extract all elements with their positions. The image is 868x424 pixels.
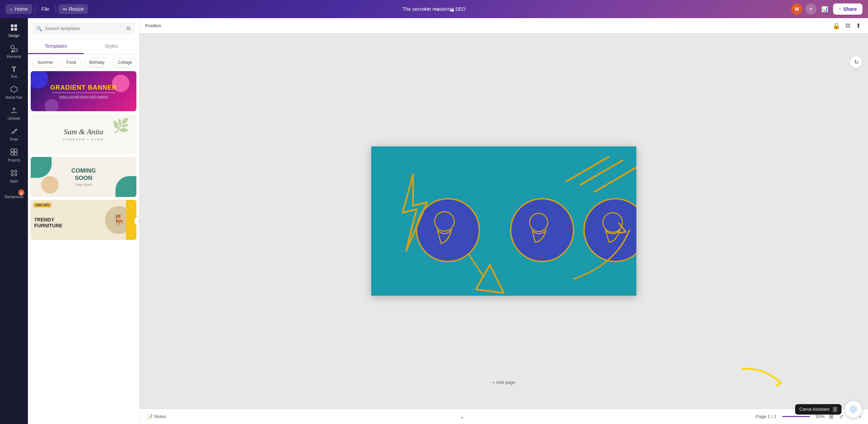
sidebar-item-draw[interactable]: Draw [1,124,27,144]
collapse-bottom-button[interactable]: ⌄ [458,412,466,421]
duplicate-button[interactable]: ⧉ [844,21,852,31]
share-label: Share [843,6,857,12]
sidebar-item-brand-hub[interactable]: Brand Hub [1,83,27,102]
canvas-toolbar: Position 🔒 ⧉ ⬆ [140,18,868,33]
canvas-frame[interactable] [371,146,636,296]
chip-collage[interactable]: Collage [113,58,137,68]
assistant-shortcut: / [833,407,837,412]
topbar: ⌂ Home File ⇔ Resize ↩ ↪ ☁ The secret to… [0,0,868,18]
draw-label: Draw [10,137,18,141]
templates-grid: GRADIENT BANNER make a simple design wit… [28,71,139,424]
svg-point-12 [15,170,17,172]
chip-summer[interactable]: Summer [32,58,58,68]
svg-point-14 [15,174,17,176]
share-button[interactable]: ↑ Share [833,3,862,15]
tab-templates[interactable]: Templates [28,39,84,54]
canva-assistant-button[interactable] [844,400,862,418]
topbar-right: M + 📊 ↑ Share [791,3,862,15]
svg-point-13 [11,174,13,176]
main-layout: Design Elements T Text Brand Hub [0,18,868,424]
svg-rect-7 [11,149,14,152]
panel-tabs: Templates Styles [28,39,139,54]
svg-marker-6 [11,50,14,52]
share-icon: ↑ [839,6,841,12]
tpl-script-name: Sam & Anita [64,127,103,136]
svg-rect-2 [11,28,14,31]
home-label: Home [15,6,28,12]
svg-rect-9 [11,152,14,155]
template-card-gradient-banner[interactable]: GRADIENT BANNER make a simple design wit… [31,71,136,111]
topbar-divider2 [55,5,56,13]
canvas-right-buttons: ↻ [850,56,862,68]
notes-label: Notes [154,414,166,419]
chip-food[interactable]: Food [61,58,81,68]
bottom-bar: 📝 Notes ⌄ Page 1 / 1 50% ⊞ ⤢ ✓ › [140,409,868,424]
resize-icon: ⇔ [63,6,67,12]
sidebar-item-projects[interactable]: Projects [1,145,27,165]
document-title: The secret to mastering SEO [403,6,466,12]
filter-chips: Summer Food Birthday Collage › [28,54,139,71]
elements-icon [10,45,18,53]
brand-hub-icon [10,85,18,94]
topbar-divider [35,5,35,13]
canvas-area: Position 🔒 ⧉ ⬆ ↻ [140,18,868,424]
projects-label: Projects [8,158,20,162]
lock-button[interactable]: 🔒 [831,21,841,31]
avatar-button[interactable]: M [791,3,802,15]
search-icon: 🔍 [36,26,42,31]
canva-assistant: Canva Assistant / [795,400,862,418]
canvas-scroll[interactable]: ↻ [140,33,868,409]
svg-point-27 [852,408,854,410]
apps-icon [10,169,18,178]
file-button[interactable]: File [38,4,53,14]
templates-panel: 🔍 ⚙ Templates Styles Summer Food Birthda… [28,18,140,424]
svg-rect-5 [14,49,17,52]
svg-rect-8 [14,149,17,152]
position-label: Position [145,23,161,28]
design-icon [10,24,18,32]
add-page-canvas-button[interactable]: + Add page [487,377,521,388]
template-card-script[interactable]: 🌿 Sam & Anita FOREVER • EVER [31,114,136,154]
sale-badge: Sale 10% [33,203,51,207]
template-card-coming-soon[interactable]: COMINGSOON Stay Tuned [31,157,136,197]
design-label: Design [8,34,19,38]
chip-birthday[interactable]: Birthday [84,58,110,68]
template-card-furniture[interactable]: Sale 10% TRENDYFURNITURE 🪑 [31,200,136,240]
sidebar-item-design[interactable]: Design [1,21,27,40]
tpl-furniture-title: TRENDYFURNITURE [34,217,62,229]
svg-rect-0 [11,24,14,27]
refresh-button[interactable]: ↻ [850,56,862,68]
apps-label: Apps [10,179,18,183]
add-collaborator-button[interactable]: + [805,3,816,15]
search-wrapper: 🔍 ⚙ [32,22,135,35]
filter-button[interactable]: ⚙ [126,25,131,32]
search-input[interactable] [45,26,123,31]
sidebar-item-text[interactable]: T Text [1,63,27,81]
share-canvas-button[interactable]: ⬆ [854,21,862,31]
sidebar-item-elements[interactable]: Elements [1,42,27,61]
sidebar-item-background[interactable]: g Background [1,187,27,202]
projects-icon [10,148,18,157]
analytics-button[interactable]: 📊 [819,4,830,15]
tab-styles[interactable]: Styles [84,39,140,54]
svg-rect-3 [14,28,17,31]
text-icon: T [12,66,16,73]
grampus-avatar-icon: g [17,189,25,196]
notes-button[interactable]: 📝 Notes [145,412,168,421]
assistant-sparkle-icon [848,404,858,414]
svg-rect-1 [14,24,17,27]
uploads-icon [10,106,18,115]
resize-button[interactable]: ⇔ Resize [59,4,88,14]
sidebar-item-apps[interactable]: Apps [1,166,27,186]
svg-point-4 [11,45,14,49]
svg-rect-10 [14,152,17,155]
sidebar-item-uploads[interactable]: Uploads [1,104,27,123]
uploads-label: Uploads [8,116,21,120]
page-indicator: Page 1 / 1 [756,414,776,419]
elements-label: Elements [7,55,21,59]
home-button[interactable]: ⌂ Home [6,4,32,14]
leaf-decoration: 🌿 [112,118,129,134]
topbar-left: ⌂ Home File ⇔ Resize [6,4,88,14]
tpl-script-sub: FOREVER • EVER [63,138,104,141]
svg-point-11 [11,170,13,172]
